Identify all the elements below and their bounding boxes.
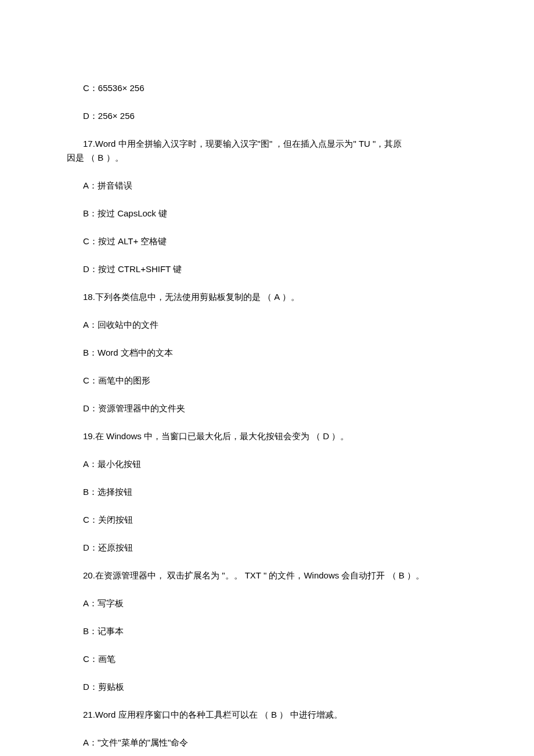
pre-option-c: C：65536× 256 <box>67 81 467 95</box>
question-20-option-a: A：写字板 <box>67 596 467 610</box>
question-18-option-b: B：Word 文档中的文本 <box>67 346 467 360</box>
question-17-option-a: A：拼音错误 <box>67 179 467 193</box>
question-17-option-b: B：按过 CapsLock 键 <box>67 207 467 220</box>
question-17-stem: 17.Word 中用全拼输入汉字时，现要输入汉字"图" ，但在插入点显示为" T… <box>67 137 467 165</box>
question-21-stem: 21.Word 应用程序窗口中的各种工具栏可以在 （ B ） 中进行增减。 <box>67 708 467 722</box>
question-19-stem: 19.在 Windows 中，当窗口已最大化后，最大化按钮会变为 （ D ）。 <box>67 429 467 443</box>
question-20-stem: 20.在资源管理器中， 双击扩展名为 "。。 TXT " 的文件，Windows… <box>67 569 467 583</box>
document-page: C：65536× 256 D：256× 256 17.Word 中用全拼输入汉字… <box>0 0 534 756</box>
question-19-option-a: A：最小化按钮 <box>67 457 467 471</box>
pre-option-d: D：256× 256 <box>67 109 467 123</box>
question-17-option-d: D：按过 CTRL+SHIFT 键 <box>67 262 467 276</box>
question-20-option-c: C：画笔 <box>67 652 467 666</box>
question-18-option-a: A：回收站中的文件 <box>67 318 467 332</box>
question-19-option-c: C：关闭按钮 <box>67 513 467 527</box>
question-19-option-b: B：选择按钮 <box>67 485 467 499</box>
question-20-option-d: D：剪贴板 <box>67 680 467 694</box>
question-19-option-d: D：还原按钮 <box>67 541 467 555</box>
question-17-option-c: C：按过 ALT+ 空格键 <box>67 234 467 248</box>
question-21-option-a: A："文件"菜单的"属性"命令 <box>67 736 467 750</box>
question-18-option-d: D：资源管理器中的文件夹 <box>67 401 467 415</box>
question-17-stem-line1: 17.Word 中用全拼输入汉字时，现要输入汉字"图" ，但在插入点显示为" T… <box>67 137 467 151</box>
question-17-stem-line2: 因是 （ B ）。 <box>67 151 467 165</box>
question-18-option-c: C：画笔中的图形 <box>67 374 467 388</box>
question-20-option-b: B：记事本 <box>67 624 467 638</box>
question-18-stem: 18.下列各类信息中，无法使用剪贴板复制的是 （ A ）。 <box>67 290 467 304</box>
